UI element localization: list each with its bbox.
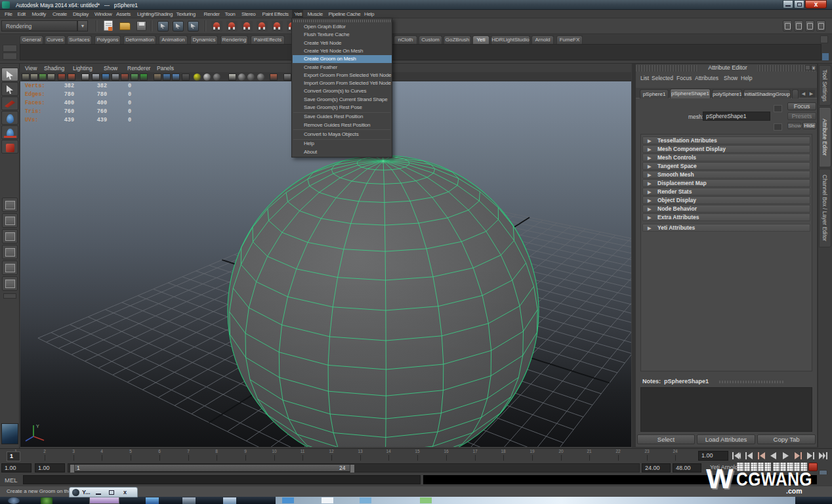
svg-text:Y: Y [36, 424, 39, 429]
